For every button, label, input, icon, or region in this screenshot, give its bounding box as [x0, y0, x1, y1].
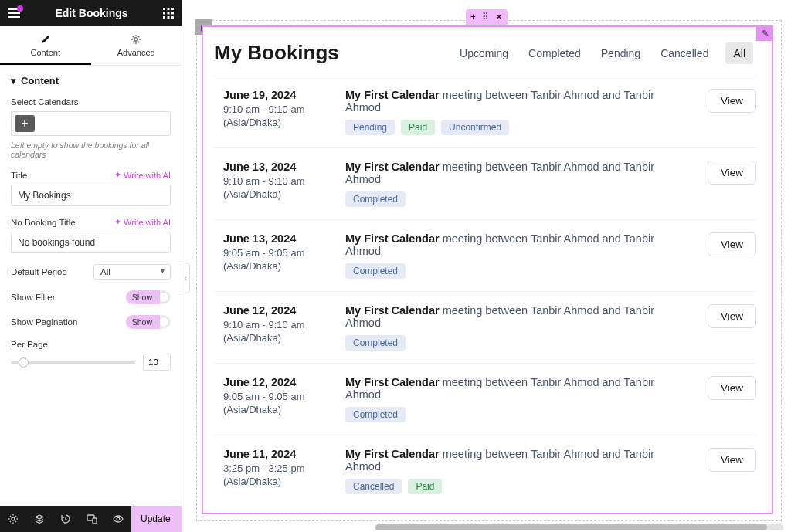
select-calendars-field[interactable]: +	[11, 111, 171, 136]
tab-content[interactable]: Content	[0, 26, 91, 65]
view-button[interactable]: View	[708, 232, 756, 256]
booking-date: June 13, 2024	[223, 232, 330, 245]
booking-item: June 12, 2024 9:10 am - 9:10 am (Asia/Dh…	[214, 291, 756, 363]
section-content[interactable]: ▾ Content	[11, 75, 171, 86]
booking-time: 9:10 am - 9:10 am	[223, 103, 330, 115]
filter-cancelled[interactable]: Cancelled	[657, 42, 711, 64]
show-filter-label: Show Filter	[11, 293, 56, 302]
title-input[interactable]	[11, 185, 171, 206]
menu-icon[interactable]	[8, 8, 20, 18]
sparkle-icon: ✦	[114, 170, 121, 180]
status-tag: Completed	[345, 263, 406, 279]
widget-selected-frame[interactable]: ✎ My Bookings Upcoming Completed Pending…	[202, 25, 773, 514]
svg-rect-8	[171, 16, 174, 19]
svg-rect-0	[163, 8, 165, 10]
title-field-label: Title	[11, 171, 27, 180]
view-button[interactable]: View	[708, 161, 756, 185]
view-button[interactable]: View	[708, 89, 756, 113]
no-booking-input[interactable]	[11, 232, 171, 253]
close-icon[interactable]: ✕	[495, 12, 503, 22]
filter-completed[interactable]: Completed	[525, 42, 584, 64]
toggle-knob	[158, 292, 169, 303]
booking-item: June 11, 2024 3:25 pm - 3:25 pm (Asia/Dh…	[214, 435, 756, 507]
gear-icon	[91, 34, 182, 45]
svg-rect-12	[93, 518, 97, 524]
filter-all[interactable]: All	[725, 42, 753, 64]
status-tag: Paid	[408, 479, 442, 494]
write-with-ai-button[interactable]: ✦ Write with AI	[114, 170, 171, 180]
history-icon[interactable]	[53, 506, 79, 532]
booking-time: 9:10 am - 9:10 am	[223, 175, 330, 187]
settings-icon[interactable]	[0, 506, 26, 532]
sidebar-title: Edit Bookings	[26, 7, 157, 19]
no-booking-title-label: No Booking Title	[11, 218, 76, 227]
apps-grid-icon[interactable]	[163, 8, 174, 19]
notification-dot-icon	[17, 5, 23, 12]
responsive-icon[interactable]	[79, 506, 105, 532]
filter-tabs: Upcoming Completed Pending Cancelled All	[457, 42, 756, 64]
booking-timezone: (Asia/Dhaka)	[223, 260, 330, 272]
view-button[interactable]: View	[708, 304, 756, 328]
tab-advanced-label: Advanced	[117, 48, 155, 57]
booking-date: June 12, 2024	[223, 304, 330, 317]
filter-pending[interactable]: Pending	[598, 42, 643, 64]
svg-point-13	[117, 517, 120, 520]
filter-upcoming[interactable]: Upcoming	[457, 42, 511, 64]
booking-timezone: (Asia/Dhaka)	[223, 188, 330, 200]
per-page-value-input[interactable]	[143, 354, 171, 371]
booking-description: My First Calendar meeting between Tanbir…	[345, 89, 692, 114]
svg-rect-7	[168, 16, 170, 19]
preview-icon[interactable]	[105, 506, 131, 532]
layers-icon[interactable]	[26, 506, 53, 532]
select-calendars-hint: Left empty to show the bookings for all …	[11, 141, 171, 159]
status-tag: Completed	[345, 407, 406, 422]
select-calendars-label: Select Calendars	[11, 97, 171, 107]
booking-time: 9:10 am - 9:10 am	[223, 319, 330, 330]
slider-thumb[interactable]	[19, 357, 29, 368]
booking-item: June 13, 2024 9:05 am - 9:05 am (Asia/Dh…	[214, 219, 756, 291]
status-tag: Paid	[401, 120, 435, 135]
svg-rect-5	[171, 12, 174, 15]
sidebar-footer: Update ⌃	[0, 506, 182, 532]
write-with-ai-button-2[interactable]: ✦ Write with AI	[114, 217, 171, 227]
element-handle[interactable]: + ⠿ ✕	[466, 9, 508, 25]
tab-content-label: Content	[30, 48, 60, 57]
booking-timezone: (Asia/Dhaka)	[223, 332, 330, 344]
show-pagination-toggle[interactable]: Show	[126, 315, 171, 329]
booking-date: June 11, 2024	[223, 448, 330, 460]
add-calendar-button[interactable]: +	[15, 115, 35, 132]
booking-item: June 12, 2024 9:05 am - 9:05 am (Asia/Dh…	[214, 363, 756, 435]
booking-date: June 19, 2024	[223, 89, 330, 101]
show-pagination-label: Show Pagination	[11, 317, 77, 327]
status-tag: Unconfirmed	[441, 120, 509, 135]
svg-rect-1	[168, 8, 170, 10]
booking-item: June 13, 2024 9:10 am - 9:10 am (Asia/Dh…	[214, 147, 756, 219]
booking-time: 9:05 am - 9:05 am	[223, 391, 330, 402]
sidebar-header: Edit Bookings	[0, 0, 182, 26]
collapse-sidebar-handle[interactable]: ‹	[182, 263, 190, 293]
tab-advanced[interactable]: Advanced	[91, 26, 182, 65]
horizontal-scrollbar[interactable]	[375, 524, 783, 530]
per-page-label: Per Page	[11, 340, 171, 349]
per-page-slider[interactable]	[11, 361, 135, 364]
status-tag: Completed	[345, 191, 406, 207]
booking-date: June 13, 2024	[223, 161, 330, 173]
view-button[interactable]: View	[708, 448, 756, 472]
scrollbar-thumb[interactable]	[375, 524, 767, 530]
add-section-icon[interactable]: +	[470, 12, 476, 22]
default-period-select[interactable]: All	[93, 264, 171, 280]
panel-tabs: Content Advanced	[0, 26, 182, 66]
booking-description: My First Calendar meeting between Tanbir…	[345, 304, 692, 329]
svg-point-10	[12, 517, 15, 520]
drag-handle-icon[interactable]: ⠿	[482, 12, 489, 22]
status-tag: Completed	[345, 335, 406, 351]
booking-timezone: (Asia/Dhaka)	[223, 476, 330, 487]
edit-widget-icon[interactable]: ✎	[756, 25, 773, 41]
view-button[interactable]: View	[708, 376, 756, 400]
booking-description: My First Calendar meeting between Tanbir…	[345, 448, 692, 473]
editor-sidebar: Edit Bookings Content Advanced ▾ Content…	[0, 0, 182, 532]
booking-date: June 12, 2024	[223, 376, 330, 388]
preview-canvas: ‹ + ⠿ ✕ ▦ ✎ My Bookings Upcoming Complet…	[182, 0, 791, 532]
show-filter-toggle[interactable]: Show	[126, 290, 171, 304]
booking-description: My First Calendar meeting between Tanbir…	[345, 232, 692, 257]
